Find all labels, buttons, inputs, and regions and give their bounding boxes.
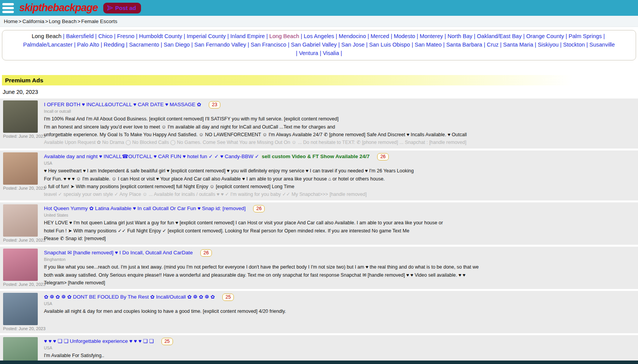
listing-title-link[interactable]: I OFFER BOTH ♥ INCALL&OUTCALL ♥ CAR DATE… bbox=[44, 102, 201, 107]
city-nav-item[interactable]: Visalia bbox=[323, 50, 339, 56]
listing-date-heading: June 20, 2023 bbox=[3, 89, 638, 95]
city-nav-item[interactable]: Palm Springs bbox=[569, 33, 602, 39]
breadcrumb-item[interactable]: Home bbox=[4, 18, 18, 24]
posted-date: Posted: June 20, 2023 bbox=[3, 326, 39, 331]
city-nav-item[interactable]: Santa Maria bbox=[503, 42, 533, 48]
listing-location: Incall or outcall bbox=[44, 109, 634, 114]
nav-separator: | bbox=[366, 42, 368, 48]
city-nav-item[interactable]: Susanville bbox=[589, 42, 615, 48]
nav-separator: | bbox=[391, 33, 392, 39]
breadcrumb-item[interactable]: Female Escorts bbox=[81, 18, 118, 24]
city-nav-item[interactable]: Santa Barbara bbox=[446, 42, 482, 48]
age-badge: 26 bbox=[200, 249, 212, 257]
listing-title-line: Hot Queen Yummy ✿ Latina Available ♥ In … bbox=[44, 205, 634, 212]
city-nav-item[interactable]: Bakersfield bbox=[66, 33, 94, 39]
nav-separator: | bbox=[443, 42, 445, 48]
city-nav-item[interactable]: Chico bbox=[98, 33, 112, 39]
listing-location: Binghamton bbox=[44, 257, 634, 262]
listing-thumbnail-placeholder[interactable] bbox=[3, 293, 38, 325]
age-badge: 26 bbox=[377, 153, 389, 160]
footer-bar bbox=[0, 361, 638, 364]
breadcrumb: Home >California>Long Beach >Female Esco… bbox=[0, 16, 638, 27]
city-nav-item[interactable]: Orange County bbox=[526, 33, 564, 39]
city-nav-item[interactable]: Siskiyou bbox=[538, 42, 559, 48]
hamburger-menu-icon[interactable] bbox=[2, 3, 14, 13]
top-header-bar: skipthebackpage Post ad bbox=[0, 0, 638, 16]
listing-body-line: HEY LOVE ♥ I'm hot queen Latina girl jus… bbox=[44, 219, 634, 227]
breadcrumb-item[interactable]: Long Beach bbox=[49, 18, 77, 24]
city-nav-item[interactable]: North Bay bbox=[448, 33, 472, 39]
listing-title-link[interactable]: ✿ ❁ ✿ ❁ ✿ DONT BE FOOLED By The Rest ✿ I… bbox=[44, 294, 215, 300]
nav-separator: | bbox=[566, 33, 567, 39]
listing-content: I OFFER BOTH ♥ INCALL&OUTCALL ♥ CAR DATE… bbox=[44, 100, 634, 146]
city-navigation: Long Beach|Bakersfield|Chico|Fresno|Humb… bbox=[2, 30, 636, 60]
city-nav-item[interactable]: San Diego bbox=[164, 42, 190, 48]
listing-body: I'm 100% Real And I'm All About Good Bus… bbox=[44, 115, 634, 139]
city-nav-item[interactable]: San Jose bbox=[341, 42, 364, 48]
listing-thumbnail-placeholder[interactable] bbox=[3, 249, 38, 281]
city-nav-item[interactable]: Mendocino bbox=[339, 33, 366, 39]
post-ad-label: Post ad bbox=[115, 5, 136, 11]
city-nav-item[interactable]: San Francisco bbox=[251, 42, 287, 48]
nav-separator: | bbox=[248, 42, 249, 48]
listing-body: If you like what you see...reach out. I'… bbox=[44, 263, 634, 287]
city-nav-item[interactable]: Palo Alto bbox=[77, 42, 99, 48]
city-nav-item[interactable]: Monterey bbox=[420, 33, 443, 39]
city-nav-item[interactable]: Sacramento bbox=[129, 42, 159, 48]
listing-row: Posted: June 20, 2023 Snapchat ✉ [handle… bbox=[0, 247, 638, 289]
city-nav-item[interactable]: Humboldt County bbox=[139, 33, 182, 39]
city-nav-item[interactable]: Imperial County bbox=[186, 33, 226, 39]
city-nav-item[interactable]: Los Angeles bbox=[304, 33, 334, 39]
age-badge: 25 bbox=[161, 338, 173, 345]
listing-title-link[interactable]: Hot Queen Yummy ✿ Latina Available ♥ In … bbox=[44, 205, 246, 211]
city-nav-item[interactable]: Inland Empire bbox=[230, 33, 265, 39]
listing-title-link[interactable]: ♥ ♥ ♥ ❏ ❏ Unforgettable experience ♥ ♥ ♥… bbox=[44, 338, 154, 344]
listing-body-line: both walk away satisfied. Only Serious e… bbox=[44, 271, 634, 279]
city-nav-item[interactable]: Redding bbox=[104, 42, 124, 48]
listing-title-highlight[interactable]: sell custom Video & FT Show Available 24… bbox=[262, 154, 369, 159]
post-ad-button[interactable]: Post ad bbox=[103, 3, 141, 13]
nav-separator: | bbox=[484, 42, 485, 48]
breadcrumb-separator: > bbox=[18, 18, 22, 24]
listing-thumbnail-placeholder[interactable] bbox=[3, 337, 38, 364]
listing-content: ♥ ♥ ♥ ❏ ❏ Unforgettable experience ♥ ♥ ♥… bbox=[44, 337, 634, 364]
listing-body: ♥ Hey sweetheart ♥ I am Independent & sa… bbox=[44, 167, 634, 190]
city-nav-item[interactable]: Modesto bbox=[394, 33, 415, 39]
nav-separator: | bbox=[417, 33, 418, 39]
city-nav-item[interactable]: San Gabriel Valley bbox=[291, 42, 337, 48]
city-nav-item[interactable]: Palmdale/Lancaster bbox=[23, 42, 72, 48]
city-nav-item[interactable]: Long Beach bbox=[269, 33, 299, 39]
city-nav-item[interactable]: San Fernando Valley bbox=[194, 42, 246, 48]
listing-thumbnail-placeholder[interactable] bbox=[3, 204, 38, 237]
listing-location: USA bbox=[44, 161, 634, 165]
city-nav-item[interactable]: Ventura bbox=[299, 50, 318, 56]
site-logo[interactable]: skipthebackpage bbox=[19, 2, 98, 14]
city-nav-item[interactable]: San Luis Obispo bbox=[369, 42, 410, 48]
listing-title-line: ♥ ♥ ♥ ❏ ❏ Unforgettable experience ♥ ♥ ♥… bbox=[44, 338, 634, 345]
listing-body-line: I'm Available For Satisfying.. bbox=[44, 352, 634, 359]
nav-separator: | bbox=[136, 33, 138, 39]
age-badge: 23 bbox=[209, 101, 220, 109]
city-nav-item[interactable]: Stockton bbox=[563, 42, 585, 48]
listing-content: Hot Queen Yummy ✿ Latina Available ♥ In … bbox=[44, 204, 634, 242]
listing-body-line: unforgettable experience. My Goal Is To … bbox=[44, 131, 634, 139]
nav-separator: | bbox=[535, 42, 536, 48]
nav-separator: | bbox=[161, 42, 162, 48]
city-nav-item[interactable]: Fresno bbox=[117, 33, 134, 39]
listing-thumbnail-placeholder[interactable] bbox=[3, 152, 38, 185]
nav-separator: | bbox=[74, 42, 76, 48]
listing-thumbnail-placeholder[interactable] bbox=[3, 100, 38, 133]
listing-thumb-column: Posted: June 20, 2023 bbox=[3, 204, 39, 242]
listing-title-link[interactable]: Available day and night ♥ INCALL☎OUTCALL… bbox=[44, 154, 259, 159]
listing-body-line: Available all night & day for men and co… bbox=[44, 307, 634, 315]
listing-title-link[interactable]: Snapchat ✉ [handle removed] ♥ I Do Incal… bbox=[44, 250, 193, 255]
city-nav-item[interactable]: Cruz bbox=[487, 42, 499, 48]
listing-body-line: For Fun. ♥ ♥ ♥ ☺ I'm available. ☺ I can … bbox=[44, 175, 634, 183]
nav-separator: | bbox=[63, 33, 65, 39]
city-nav-item[interactable]: Merced bbox=[371, 33, 389, 39]
breadcrumb-separator: > bbox=[77, 18, 81, 24]
breadcrumb-item[interactable]: California bbox=[22, 18, 44, 24]
nav-separator: | bbox=[126, 42, 128, 48]
city-nav-item[interactable]: San Mateo bbox=[415, 42, 442, 48]
city-nav-item[interactable]: Oakland/East Bay bbox=[477, 33, 522, 39]
